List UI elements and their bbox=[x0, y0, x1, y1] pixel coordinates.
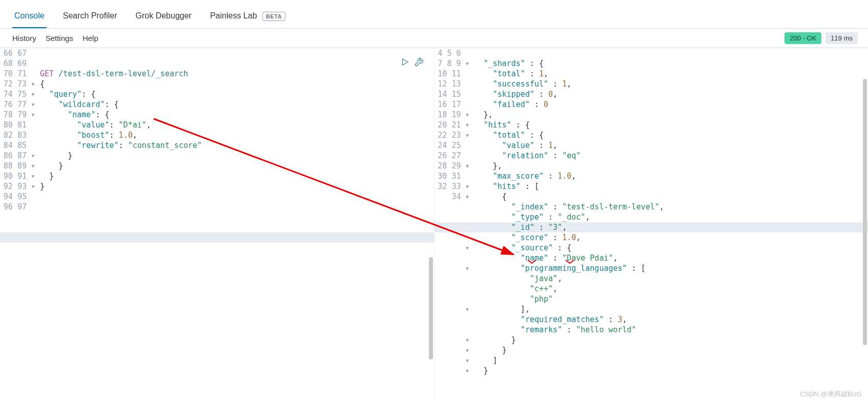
val-req-matches: 3 bbox=[618, 315, 623, 324]
http-path: /test-dsl-term-level/_search bbox=[58, 69, 188, 78]
value-rewrite: "constant_score" bbox=[128, 141, 202, 150]
request-gutter: 66 67 68 69 70 71 72 73 74 75 76 77 78 7… bbox=[0, 48, 31, 212]
val-id: "3" bbox=[548, 223, 562, 232]
key-skipped: "skipped" bbox=[493, 90, 534, 99]
history-link[interactable]: History bbox=[12, 34, 36, 42]
key-req-matches: "required_matches" bbox=[521, 315, 604, 324]
http-method: GET bbox=[40, 69, 54, 78]
key-score: "_score" bbox=[511, 233, 548, 242]
key-shards: "_shards" bbox=[484, 59, 525, 68]
val-successful: 1 bbox=[562, 79, 567, 89]
time-badge: 119 ms bbox=[825, 32, 858, 44]
tab-painless-label: Painless Lab bbox=[210, 11, 257, 20]
key-source: "_source" bbox=[511, 243, 553, 252]
key-boost: "boost" bbox=[77, 131, 109, 140]
key-relation: "relation" bbox=[502, 151, 548, 160]
editor-area: 66 67 68 69 70 71 72 73 74 75 76 77 78 7… bbox=[0, 48, 868, 398]
response-code[interactable]: ▾ "_shards" : { "total" : 1, "successful… bbox=[465, 48, 869, 386]
key-query: "query" bbox=[49, 90, 81, 99]
wrench-icon[interactable] bbox=[415, 57, 424, 68]
beta-badge: BETA bbox=[262, 12, 285, 21]
key-failed: "failed" bbox=[493, 100, 530, 109]
value-boost: 1.0 bbox=[119, 131, 133, 140]
response-pane[interactable]: 4 5 6 7 8 9 10 11 12 13 14 15 16 17 18 1… bbox=[435, 48, 869, 398]
key-remarks: "remarks" bbox=[521, 325, 562, 334]
value-wildcard: "D*ai" bbox=[119, 120, 147, 130]
watermark: CSDN @乘风破BUG bbox=[800, 390, 862, 399]
request-scrollbar[interactable] bbox=[429, 257, 433, 359]
key-hits-arr: "hits" bbox=[493, 182, 521, 191]
key-source-name: "name" bbox=[521, 253, 548, 263]
key-hits-total: "total" bbox=[493, 131, 525, 140]
cursor-line-highlight bbox=[0, 232, 434, 243]
key-successful: "successful" bbox=[493, 79, 548, 89]
tab-grok-debugger[interactable]: Grok Debugger bbox=[134, 6, 194, 28]
run-icon[interactable] bbox=[400, 57, 409, 68]
tab-bar: Console Search Profiler Grok Debugger Pa… bbox=[0, 0, 868, 29]
request-pane[interactable]: 66 67 68 69 70 71 72 73 74 75 76 77 78 7… bbox=[0, 48, 435, 398]
val-shards-total: 1 bbox=[539, 69, 544, 78]
toolbar: History Settings Help 200 - OK 119 ms bbox=[0, 29, 868, 48]
response-scrollbar[interactable] bbox=[863, 79, 867, 345]
key-id: "_id" bbox=[511, 223, 534, 232]
status-badge: 200 - OK bbox=[784, 32, 821, 44]
key-hits: "hits" bbox=[484, 120, 511, 130]
key-wildcard: "wildcard" bbox=[58, 100, 105, 109]
request-code[interactable]: GET /test-dsl-term-level/_search ▾ { ▾ "… bbox=[31, 48, 434, 202]
key-rewrite: "rewrite" bbox=[77, 141, 118, 150]
response-gutter: 4 5 6 7 8 9 10 11 12 13 14 15 16 17 18 1… bbox=[435, 48, 465, 202]
key-total-value: "value" bbox=[502, 141, 534, 150]
tab-console[interactable]: Console bbox=[12, 6, 47, 28]
val-relation: "eq" bbox=[562, 151, 581, 160]
val-skipped: 0 bbox=[548, 90, 553, 99]
val-total-value: 1 bbox=[548, 141, 553, 150]
val-score: 1.0 bbox=[562, 233, 576, 242]
val-remarks: "hello world" bbox=[576, 325, 636, 334]
tab-painless-lab[interactable]: Painless Lab BETA bbox=[208, 6, 287, 28]
val-max-score: 1.0 bbox=[557, 172, 571, 181]
key-prog-lang: "programming_languages" bbox=[521, 264, 627, 273]
val-java: "java" bbox=[530, 274, 557, 283]
key-type: "_type" bbox=[511, 212, 544, 222]
key-value: "value" bbox=[77, 120, 109, 130]
val-failed: 0 bbox=[544, 100, 548, 109]
key-max-score: "max_score" bbox=[493, 172, 544, 181]
settings-link[interactable]: Settings bbox=[46, 34, 73, 42]
key-name: "name" bbox=[68, 110, 95, 119]
val-php: "php" bbox=[530, 294, 553, 304]
val-index: "test-dsl-term-level" bbox=[562, 202, 659, 211]
val-cpp: "c++" bbox=[530, 284, 553, 293]
request-actions bbox=[400, 57, 424, 68]
key-index: "_index" bbox=[511, 202, 548, 211]
val-source-name: "Dave Pdai" bbox=[562, 253, 613, 263]
tab-search-profiler[interactable]: Search Profiler bbox=[61, 6, 119, 28]
key-shards-total: "total" bbox=[493, 69, 525, 78]
help-link[interactable]: Help bbox=[82, 34, 98, 42]
val-type: "_doc" bbox=[557, 212, 585, 222]
